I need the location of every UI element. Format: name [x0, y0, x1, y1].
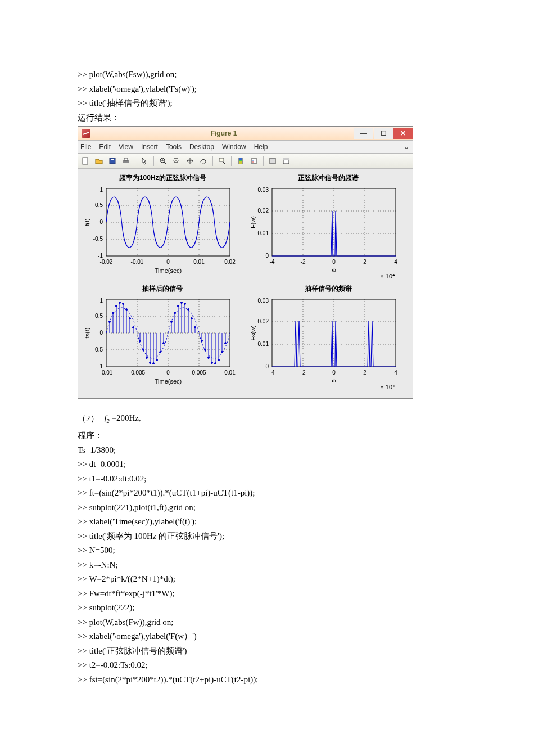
- svg-text:4: 4: [394, 259, 397, 265]
- legend-icon[interactable]: [248, 155, 260, 167]
- toolbar-separator: [212, 156, 213, 166]
- svg-point-111: [188, 309, 189, 310]
- subplot-top-left: 频率为100Hz的正弦脉冲信号 -0.02 -0.01: [82, 173, 244, 280]
- svg-rect-15: [239, 158, 242, 160]
- svg-text:-0.01: -0.01: [100, 370, 113, 376]
- svg-point-123: [211, 362, 213, 364]
- svg-text:0: 0: [99, 330, 103, 336]
- svg-text:0.02: 0.02: [257, 318, 269, 325]
- svg-text:0: 0: [265, 363, 269, 370]
- svg-point-125: [215, 363, 216, 364]
- svg-text:-4: -4: [269, 259, 274, 265]
- menu-help[interactable]: Help: [254, 143, 268, 151]
- hide-tools-icon[interactable]: [266, 155, 279, 167]
- code-line: >> t1=-0.02:dt:0.02;: [78, 472, 456, 487]
- program-label: 程序：: [78, 429, 456, 443]
- svg-rect-18: [251, 159, 257, 163]
- svg-text:2: 2: [363, 370, 366, 376]
- menu-tools[interactable]: Tools: [166, 143, 182, 151]
- subplot-top-right: 正弦脉冲信号的频谱 -4 -2 0: [247, 173, 410, 280]
- svg-text:Fs(w): Fs(w): [250, 325, 256, 341]
- svg-text:f(t): f(t): [84, 218, 90, 226]
- svg-text:-0.01: -0.01: [131, 259, 144, 265]
- svg-point-83: [133, 327, 134, 328]
- svg-text:2: 2: [363, 259, 366, 265]
- datacursor-icon[interactable]: [216, 155, 228, 167]
- maximize-button[interactable]: ☐: [374, 128, 393, 139]
- menu-insert[interactable]: Insert: [141, 143, 158, 151]
- svg-point-95: [156, 359, 158, 361]
- subplot-bottom-left: 抽样后的信号: [82, 284, 244, 390]
- menu-overflow-icon[interactable]: ⌄: [404, 143, 409, 151]
- pan-icon[interactable]: [184, 155, 196, 167]
- colorbar-icon[interactable]: [234, 155, 247, 167]
- svg-point-103: [174, 312, 176, 314]
- svg-line-10: [178, 162, 180, 164]
- menu-desktop[interactable]: Desktop: [189, 143, 214, 151]
- svg-line-6: [164, 162, 166, 164]
- menu-file[interactable]: File: [80, 143, 91, 151]
- svg-text:-4: -4: [269, 370, 274, 376]
- menu-window[interactable]: Window: [222, 143, 246, 151]
- print-icon[interactable]: [120, 155, 132, 167]
- subplot-title: 频率为100Hz的正弦脉冲信号: [82, 173, 244, 183]
- svg-text:1: 1: [99, 298, 103, 304]
- code-line: >> xlabel('\omega'),ylabel('F(w）'): [78, 629, 456, 644]
- svg-text:0.02: 0.02: [257, 208, 269, 214]
- svg-text:F(w): F(w): [250, 216, 256, 228]
- run-result-label: 运行结果：: [78, 111, 456, 125]
- code-line: >> plot(W,abs(Fsw)),grid on;: [78, 68, 456, 82]
- code-line: >> Fw=dt*ft*exp(-j*t1'*W);: [78, 587, 456, 601]
- titlebar: Figure 1 — ☐ ✕: [78, 127, 413, 141]
- svg-point-115: [194, 327, 196, 328]
- rotate-icon[interactable]: [197, 155, 210, 167]
- svg-text:0: 0: [99, 219, 103, 225]
- open-icon[interactable]: [93, 155, 105, 167]
- code-line: >> dt=0.0001;: [78, 457, 456, 472]
- pointer-icon[interactable]: [138, 155, 151, 167]
- code-line: >> t2=-0.02:Ts:0.02;: [78, 658, 456, 673]
- svg-point-117: [201, 340, 203, 342]
- svg-text:-1: -1: [98, 363, 103, 370]
- svg-text:0: 0: [332, 370, 336, 376]
- toolbar-separator: [263, 156, 264, 166]
- code-line: >> title('频率为 100Hz 的正弦脉冲信号');: [78, 529, 456, 544]
- zoom-out-icon[interactable]: [170, 155, 183, 167]
- toolbar-separator: [135, 156, 135, 166]
- svg-point-73: [116, 305, 117, 307]
- zoom-in-icon[interactable]: [157, 155, 169, 167]
- code-line: >> ft=(sin(2*pi*200*t1)).*(uCT(t1+pi)-uC…: [78, 486, 456, 501]
- svg-point-85: [139, 340, 141, 342]
- save-icon[interactable]: [106, 155, 119, 167]
- code-line: >> title('正弦脉冲信号的频谱'): [78, 644, 456, 659]
- matlab-icon: [82, 129, 90, 138]
- menu-edit[interactable]: Edit: [99, 143, 111, 151]
- formula-row: （2） f2 =200Hz,: [78, 413, 456, 424]
- code-line: >> W=2*pi*k/((2*N+1)*dt);: [78, 572, 456, 587]
- svg-point-81: [129, 318, 131, 320]
- svg-text:4: 4: [394, 370, 397, 376]
- close-button[interactable]: ✕: [393, 128, 413, 139]
- show-tools-icon[interactable]: [280, 155, 292, 167]
- svg-point-101: [171, 321, 173, 323]
- svg-text:Time(sec): Time(sec): [155, 378, 182, 385]
- svg-point-109: [184, 303, 186, 305]
- formula: f2 =200Hz,: [105, 413, 141, 424]
- svg-rect-4: [124, 158, 128, 160]
- menu-view[interactable]: View: [119, 143, 133, 151]
- svg-text:0.5: 0.5: [95, 202, 103, 208]
- minimize-button[interactable]: —: [354, 128, 373, 139]
- svg-text:-2: -2: [300, 370, 305, 376]
- new-icon[interactable]: [79, 155, 92, 167]
- svg-rect-17: [239, 161, 242, 164]
- toolbar: [78, 154, 413, 169]
- svg-text:-0.5: -0.5: [93, 346, 103, 353]
- svg-point-69: [109, 321, 111, 323]
- svg-text:0.005: 0.005: [192, 370, 206, 376]
- code-line: >> subplot(221),plot(t1,ft),grid on;: [78, 501, 456, 515]
- formula-index: （2）: [78, 413, 99, 424]
- svg-rect-16: [239, 160, 242, 161]
- svg-text:× 10⁴: × 10⁴: [380, 384, 395, 390]
- toolbar-separator: [153, 156, 154, 166]
- svg-point-129: [221, 352, 223, 353]
